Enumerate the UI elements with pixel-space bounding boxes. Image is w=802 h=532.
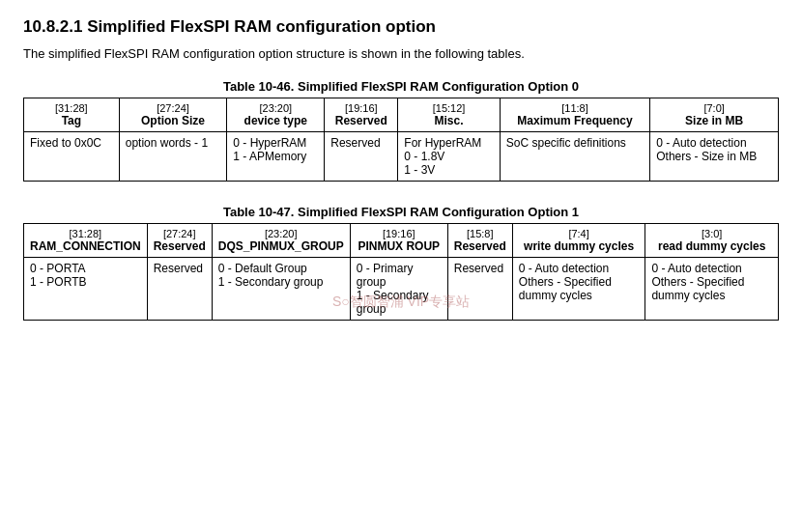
table2-col-header: [3:0]read dummy cycles [645,223,779,257]
table2-title: Table 10-47. Simplified FlexSPI RAM Conf… [23,205,779,219]
page-heading: 10.8.2.1 Simplified FlexSPI RAM configur… [23,17,779,37]
table2-col-header: [31:28]RAM_CONNECTION [24,223,148,257]
table1-col-header: [31:28]Tag [24,98,120,131]
table-row: 0 - PORTA1 - PORTBReserved0 - Default Gr… [24,257,779,320]
table2-col-header: [27:24]Reserved [147,223,212,257]
table-cell: Reserved [325,131,398,181]
table-cell: Fixed to 0x0C [24,131,120,181]
table-cell: Reserved [147,257,212,320]
table-cell: 0 - Auto detectionOthers - Specified dum… [645,257,779,320]
table1-header: [31:28]Tag[27:24]Option Size[23:20]devic… [24,98,779,131]
table-cell: 0 - Auto detectionOthers - Size in MB [650,131,779,181]
table-row: Fixed to 0x0Coption words - 10 - HyperRA… [24,131,779,181]
table1-col-header: [27:24]Option Size [119,98,227,131]
table1-title: Table 10-46. Simplified FlexSPI RAM Conf… [23,79,779,94]
table-cell: 0 - PORTA1 - PORTB [24,257,148,320]
table1-body: Fixed to 0x0Coption words - 10 - HyperRA… [24,131,779,181]
table1: [31:28]Tag[27:24]Option Size[23:20]devic… [23,98,779,182]
table1-container: Table 10-46. Simplified FlexSPI RAM Conf… [23,79,779,182]
table1-col-header: [11:8]Maximum Frequency [500,98,649,131]
table-cell: 0 - Auto detectionOthers - Specified dum… [512,257,645,320]
table1-col-header: [23:20]device type [227,98,325,131]
table-cell: Reserved [447,257,512,320]
table-cell: option words - 1 [119,131,227,181]
table2-col-header: [19:16]PINMUX ROUP [350,223,447,257]
table2-header: [31:28]RAM_CONNECTION[27:24]Reserved[23:… [24,223,779,257]
table2-container: Table 10-47. Simplified FlexSPI RAM Conf… [23,205,779,321]
table2-body: 0 - PORTA1 - PORTBReserved0 - Default Gr… [24,257,779,320]
table-cell: For HyperRAM0 - 1.8V1 - 3V [398,131,500,181]
table1-col-header: [7:0]Size in MB [650,98,779,131]
table-cell: 0 - HyperRAM1 - APMemory [227,131,325,181]
intro-text: The simplified FlexSPI RAM configuration… [23,44,779,64]
table2-col-header: [15:8]Reserved [447,223,512,257]
table-cell: 0 - Primary group1 - Secondary group [350,257,447,320]
table2-col-header: [7:4]write dummy cycles [512,223,645,257]
table-cell: 0 - Default Group1 - Secondary group [212,257,350,320]
table2-col-header: [23:20]DQS_PINMUX_GROUP [212,223,350,257]
table-cell: SoC specific definitions [500,131,649,181]
table2: [31:28]RAM_CONNECTION[27:24]Reserved[23:… [23,223,779,321]
table1-col-header: [19:16]Reserved [325,98,398,131]
table1-col-header: [15:12]Misc. [398,98,500,131]
